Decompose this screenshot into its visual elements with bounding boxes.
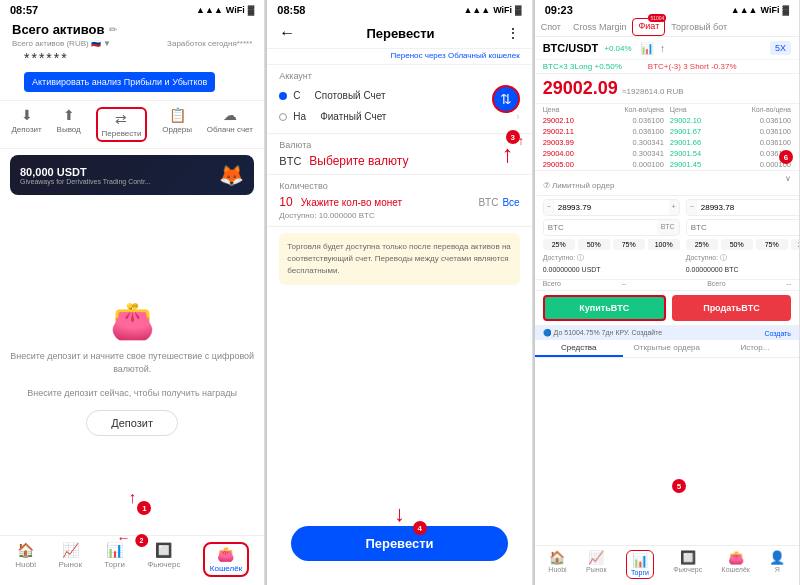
status-bar-1: 08:57 ▲▲▲ WiFi ▓ xyxy=(0,0,264,18)
nav-withdraw-label: Вывод xyxy=(57,125,81,134)
edit-icon[interactable]: ✏ xyxy=(109,24,117,35)
sell-side: − + BTC 25% 50% 75% 100% Доступно: ⓘ 0.0… xyxy=(686,199,800,276)
bnav-wallet-label: Кошелёк xyxy=(210,564,242,573)
nav-withdraw[interactable]: ⬆ Вывод xyxy=(57,107,81,142)
p3-bnav-futures[interactable]: 🔲 Фьючерс xyxy=(673,550,702,579)
sell-pct-75[interactable]: 75% xyxy=(756,239,788,250)
chart-icon[interactable]: 📊 xyxy=(640,42,654,55)
sell-price-input[interactable] xyxy=(697,200,800,215)
all-btn[interactable]: Все xyxy=(502,197,519,208)
bnav-trade[interactable]: 📊 Торги xyxy=(104,542,125,577)
sell-amount-input-row[interactable]: BTC xyxy=(686,219,800,236)
num-5: 5 xyxy=(672,479,686,493)
buy-price-input[interactable] xyxy=(554,200,669,215)
buy-total-label: Всего xyxy=(543,280,561,287)
sell-pct-50[interactable]: 50% xyxy=(721,239,753,250)
promo-row: 🔵 До 51004.75% 7дн КРУ. Создайте Создать xyxy=(535,326,799,340)
sell-price-input-row[interactable]: − + xyxy=(686,199,800,216)
transfer-submit-btn[interactable]: Перевести xyxy=(291,526,507,561)
sell-pct-100[interactable]: 100% xyxy=(791,239,800,250)
signal-icon-3: ▲▲▲ xyxy=(731,5,758,15)
sub-pair-1-label: BTC×3 3Long +0.50% xyxy=(543,62,622,71)
radio-to xyxy=(279,113,287,121)
transfer-direction-btn[interactable]: ⇅ xyxy=(492,85,520,113)
tab-history[interactable]: Истор... xyxy=(711,340,799,357)
buy-price-input-row[interactable]: − + xyxy=(543,199,680,216)
back-button[interactable]: ← xyxy=(279,24,295,42)
earnings-label: Заработок сегодня***** xyxy=(167,39,252,48)
promo-create-btn[interactable]: Создать xyxy=(764,330,791,337)
futures-icon: 🔲 xyxy=(155,542,172,558)
empty-state: 👛 Внесите депозит и начните свое путешес… xyxy=(0,201,264,535)
nav-cloud[interactable]: ☁ Облачн счет xyxy=(207,107,253,142)
bnav-wallet[interactable]: 👛 Кошелёк xyxy=(203,542,249,577)
sell-total-label: Всего xyxy=(707,280,725,287)
sell-pct-25[interactable]: 25% xyxy=(686,239,718,250)
buy-price-stepper-plus[interactable]: + xyxy=(669,200,679,215)
buy-pct-50[interactable]: 50% xyxy=(578,239,610,250)
ob-sell-2: 29002.110.036100 xyxy=(543,126,664,137)
tab-spot[interactable]: Спот xyxy=(535,18,567,36)
status-bar-3: 09:23 ▲▲▲ WiFi ▓ xyxy=(535,0,799,18)
p3-bnav-wallet[interactable]: 👛 Кошелёк xyxy=(722,550,750,579)
promo-banner[interactable]: 80,000 USDT Giveaways for Derivatives Tr… xyxy=(10,155,254,195)
buy-btc-btn[interactable]: КупитьBTC xyxy=(543,295,666,321)
buy-pct-75[interactable]: 75% xyxy=(613,239,645,250)
info-box: Торговля будет доступна только после пер… xyxy=(279,233,519,285)
buy-price-stepper-minus[interactable]: − xyxy=(544,200,554,215)
buy-pct-25[interactable]: 25% xyxy=(543,239,575,250)
ob-qty-header-b: Кол-во/цена xyxy=(752,106,791,113)
bnav-market[interactable]: 📈 Рынок xyxy=(58,542,81,577)
buy-amount-input-row[interactable]: BTC xyxy=(543,219,680,236)
activate-btn[interactable]: Активировать анализ Прибыли и Убытков xyxy=(24,72,215,92)
nav-deposit[interactable]: ⬇ Депозит xyxy=(11,107,41,142)
tab-bot[interactable]: Торговый бот xyxy=(665,18,733,36)
nav-orders[interactable]: 📋 Ордеры xyxy=(162,107,192,142)
nav-cloud-label: Облачн счет xyxy=(207,125,253,134)
leverage-btn[interactable]: 5X xyxy=(770,41,791,55)
p3-bnav-huobi[interactable]: 🏠 Huobi xyxy=(548,550,566,579)
bnav-futures[interactable]: 🔲 Фьючерс xyxy=(147,542,180,577)
orders-icon: 📋 xyxy=(169,107,186,123)
bnav-trade-label: Торги xyxy=(104,560,125,569)
buy-pct-100[interactable]: 100% xyxy=(648,239,680,250)
transfer-header: ← Перевести ⋮ xyxy=(267,18,531,49)
buy-avail-row: Доступно: ⓘ xyxy=(543,253,680,263)
nav-deposit-label: Депозит xyxy=(11,125,41,134)
nav-transfer[interactable]: ⇄ Перевести xyxy=(96,107,148,142)
tab-cross-margin[interactable]: Cross Margin xyxy=(567,18,633,36)
p3-bnav-trade[interactable]: 📊 Торги xyxy=(626,550,654,579)
order-type-arrow[interactable]: ∨ xyxy=(785,174,791,183)
buy-unit: BTC xyxy=(657,220,679,235)
tab-fiat[interactable]: Фиат 51004 xyxy=(632,18,665,36)
order-type-section[interactable]: ⑦ Лимитный ордер ∨ xyxy=(535,171,799,196)
currency-label: Всего активов (RUB) 🇷🇺 ▼ xyxy=(12,39,111,48)
buy-amount-input[interactable] xyxy=(544,220,657,235)
cloud-link[interactable]: Перенос через Облачный кошелек xyxy=(267,49,531,65)
tab-funds[interactable]: Средства xyxy=(535,340,623,357)
menu-icon[interactable]: ⋮ xyxy=(506,25,520,41)
quantity-value: 10 xyxy=(279,195,292,209)
from-account[interactable]: С Спотовый Счет xyxy=(279,85,519,106)
quantity-placeholder[interactable]: Укажите кол-во монет xyxy=(301,197,402,208)
tab-open-orders[interactable]: Открытые ордера xyxy=(623,340,711,357)
share-icon[interactable]: ↑ xyxy=(660,42,666,55)
order-type-label[interactable]: ⑦ Лимитный ордер xyxy=(543,181,615,190)
sell-amount-input[interactable] xyxy=(687,220,800,235)
bnav-huobi[interactable]: 🏠 Huobi xyxy=(15,542,36,577)
deposit-button[interactable]: Депозит xyxy=(86,410,178,436)
sell-btc-btn[interactable]: ПродатьBTC xyxy=(672,295,791,321)
submit-container: Перевести xyxy=(267,510,531,585)
pair-name[interactable]: BTC/USDT xyxy=(543,42,599,54)
p3-bnav-profile[interactable]: 👤 Я xyxy=(769,550,785,579)
promo-subtext: Giveaways for Derivatives Trading Contr.… xyxy=(20,178,151,185)
sell-price-stepper-minus[interactable]: − xyxy=(687,200,697,215)
wifi-icon-2: WiFi xyxy=(493,5,512,15)
p3-bottom-tabs: Средства Открытые ордера Истор... xyxy=(535,340,799,358)
promo-amount: 80,000 USDT xyxy=(20,166,151,178)
p3-bnav-market[interactable]: 📈 Рынок xyxy=(586,550,607,579)
buy-total-val: -- xyxy=(622,280,627,287)
to-account[interactable]: На Фиатный Счет › xyxy=(279,106,519,127)
withdraw-icon: ⬆ xyxy=(63,107,75,123)
currency-placeholder[interactable]: Выберите валюту xyxy=(309,154,408,168)
